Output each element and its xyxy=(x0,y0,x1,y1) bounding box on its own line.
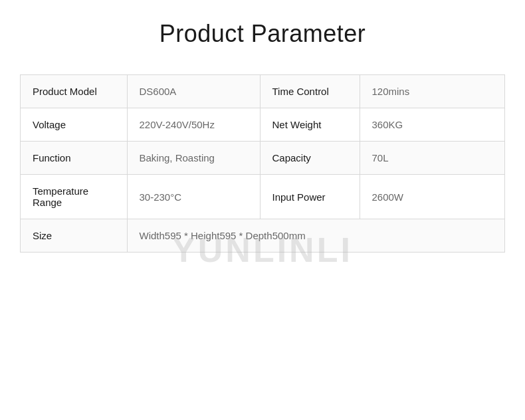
row-label-left: Temperature Range xyxy=(21,175,127,219)
row-value-left: DS600A xyxy=(127,75,260,108)
page-container: Product Parameter YUNLINLI Product Model… xyxy=(0,0,525,420)
table-row: Product ModelDS600ATime Control120mins xyxy=(21,75,504,108)
row-label-left: Function xyxy=(21,142,127,175)
table-row: SizeWidth595 * Height595 * Depth500mm xyxy=(21,219,504,253)
row-value-left: 220V-240V/50Hz xyxy=(127,108,260,142)
row-value-left: Baking, Roasting xyxy=(127,142,260,175)
row-value-right: 360KG xyxy=(360,108,504,142)
row-label-left: Product Model xyxy=(21,75,127,108)
table-row: Voltage220V-240V/50HzNet Weight360KG xyxy=(21,108,504,142)
row-value-right: 70L xyxy=(360,142,504,175)
row-value-left: 30-230°C xyxy=(127,175,260,219)
row-value-full: Width595 * Height595 * Depth500mm xyxy=(127,219,504,253)
table-row: FunctionBaking, RoastingCapacity70L xyxy=(21,142,504,175)
row-label-right: Net Weight xyxy=(260,108,360,142)
page-title: Product Parameter xyxy=(159,20,366,48)
row-value-right: 120mins xyxy=(360,75,504,108)
row-label-right: Input Power xyxy=(260,175,360,219)
row-label: Size xyxy=(21,219,127,253)
row-label-right: Capacity xyxy=(260,142,360,175)
row-label-right: Time Control xyxy=(260,75,360,108)
row-value-right: 2600W xyxy=(360,175,504,219)
product-table: Product ModelDS600ATime Control120minsVo… xyxy=(20,74,505,253)
row-label-left: Voltage xyxy=(21,108,127,142)
table-row: Temperature Range30-230°CInput Power2600… xyxy=(21,175,504,219)
